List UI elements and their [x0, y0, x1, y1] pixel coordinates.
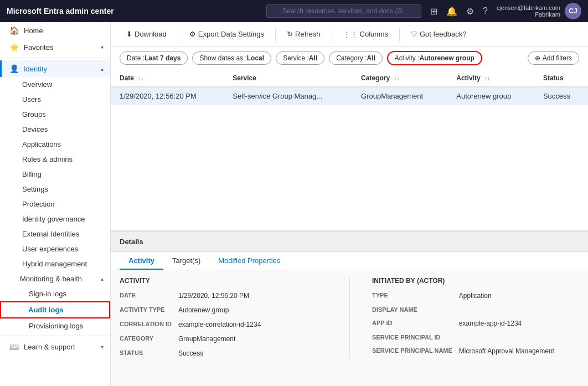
toolbar-divider-2: [275, 28, 276, 41]
sidebar-item-user-experiences[interactable]: User experiences: [0, 241, 110, 256]
col-service[interactable]: Service: [224, 70, 352, 87]
activity-filter[interactable]: Activity : Autorenew group: [387, 51, 482, 65]
add-filters-label: Add filters: [543, 54, 572, 62]
tab-activity[interactable]: Activity: [120, 252, 163, 270]
category-value: All: [367, 54, 375, 62]
sidebar-item-overview[interactable]: Overview: [0, 77, 110, 92]
activity-key: Activity :: [395, 54, 420, 62]
user-email: cjensen@fabrikam.com: [497, 4, 560, 11]
sidebar: 🏠 Home ⭐ Favorites ▾ 👤 Identity ▴ Overvi…: [0, 22, 111, 386]
sidebar-learn-label: Learn & support: [24, 343, 101, 351]
help-icon[interactable]: ?: [483, 6, 488, 16]
table-row[interactable]: 1/29/2020, 12:56:20 PM Self-service Grou…: [111, 87, 588, 105]
heart-icon: ♡: [411, 30, 417, 38]
value-service-principal-name: Microsoft Approval Management: [459, 346, 579, 357]
portal-icon[interactable]: ⊞: [430, 6, 437, 17]
date-filter-value: Last 7 days: [145, 54, 180, 62]
label-service-principal-id: SERVICE PRINCIPAL ID: [372, 332, 452, 342]
user-info: cjensen@fabrikam.com Fabrikam: [497, 4, 560, 18]
refresh-label: Refresh: [295, 30, 321, 38]
activity-section-title: ACTIVITY: [120, 277, 349, 285]
sidebar-item-home[interactable]: 🏠 Home: [0, 22, 110, 39]
details-header: Details: [111, 232, 588, 252]
sidebar-item-favorites[interactable]: ⭐ Favorites ▾: [0, 39, 110, 55]
col-category[interactable]: Category ↑↓: [352, 70, 447, 87]
sidebar-item-hybrid-management[interactable]: Hybrid management: [0, 256, 110, 271]
date-filter[interactable]: Date : Last 7 days: [120, 52, 188, 65]
label-app-id: APP ID: [372, 318, 452, 329]
sidebar-item-applications[interactable]: Applications: [0, 137, 110, 152]
sidebar-item-audit-logs[interactable]: Audit logs: [0, 301, 110, 318]
avatar[interactable]: CJ: [565, 3, 581, 19]
value-display-name: [459, 305, 579, 315]
sidebar-item-external-identities[interactable]: External Identities: [0, 227, 110, 241]
learn-icon: 📖: [8, 342, 19, 351]
gear-icon[interactable]: ⚙: [466, 6, 474, 17]
category-filter[interactable]: Category : All: [329, 52, 383, 65]
add-filters-icon: ⊕: [535, 54, 540, 62]
sidebar-item-identity-governance[interactable]: Identity governance: [0, 212, 110, 227]
export-button[interactable]: ⚙ Export Data Settings: [183, 27, 271, 42]
user-org: Fabrikam: [497, 11, 560, 18]
col-activity[interactable]: Activity ↑↓: [447, 70, 534, 87]
audit-logs-table: Date ↑↓ Service Category ↑↓ Activity ↑↓ …: [111, 70, 588, 231]
chevron-down-icon-learn: ▾: [101, 344, 104, 350]
feedback-label: Got feedback?: [420, 30, 467, 38]
sidebar-item-monitoring[interactable]: Monitoring & health ▴: [0, 271, 110, 286]
cell-service: Self-service Group Manag...: [224, 87, 352, 105]
app-title: Microsoft Entra admin center: [7, 7, 266, 16]
cell-status: Success: [534, 87, 588, 105]
sidebar-item-provisioning-logs[interactable]: Provisioning logs: [0, 318, 110, 333]
app-header: Microsoft Entra admin center 🔍 ⊞ 🔔 ⚙ ? c…: [0, 0, 588, 22]
label-date: DATE: [120, 290, 172, 301]
actor-section-title: INITIATED BY (ACTOR): [372, 277, 579, 285]
label-status: STATUS: [120, 348, 172, 359]
label-type: TYPE: [372, 290, 452, 301]
toolbar-divider-1: [178, 28, 178, 41]
show-dates-filter[interactable]: Show dates as : Local: [192, 52, 271, 65]
details-content: ACTIVITY DATE 1/29/2020, 12:56:20 PM ACT…: [111, 270, 588, 366]
bell-icon[interactable]: 🔔: [446, 6, 457, 17]
show-dates-key: Show dates as :: [199, 54, 246, 62]
cell-activity: Autorenew group: [447, 87, 534, 105]
toolbar-divider-3: [332, 28, 332, 41]
value-date: 1/29/2020, 12:56:20 PM: [178, 290, 349, 301]
sidebar-favorites-label: Favorites: [24, 43, 101, 52]
sidebar-item-identity[interactable]: 👤 Identity ▴: [0, 60, 110, 77]
cell-category: GroupManagement: [352, 87, 447, 105]
service-key: Service :: [283, 54, 309, 62]
add-filters-button[interactable]: ⊕ Add filters: [528, 52, 579, 65]
home-icon: 🏠: [8, 26, 19, 35]
sidebar-item-users[interactable]: Users: [0, 92, 110, 107]
sidebar-item-signin-logs[interactable]: Sign-in logs: [0, 286, 110, 301]
col-status[interactable]: Status: [534, 70, 588, 87]
details-right: INITIATED BY (ACTOR) TYPE Application DI…: [349, 277, 579, 359]
identity-icon: 👤: [8, 64, 19, 73]
sidebar-item-devices[interactable]: Devices: [0, 122, 110, 137]
feedback-button[interactable]: ♡ Got feedback?: [404, 27, 473, 42]
columns-button[interactable]: ⋮⋮ Columns: [337, 27, 395, 42]
sidebar-item-learn[interactable]: 📖 Learn & support ▾: [0, 338, 110, 355]
refresh-button[interactable]: ↻ Refresh: [280, 27, 327, 42]
download-button[interactable]: ⬇ Download: [120, 27, 173, 42]
sidebar-item-groups[interactable]: Groups: [0, 107, 110, 122]
sidebar-identity-label: Identity: [24, 65, 101, 73]
value-category: GroupManagement: [178, 333, 349, 344]
sidebar-item-billing[interactable]: Billing: [0, 167, 110, 182]
value-activity-type: Autorenew group: [178, 305, 349, 316]
toolbar: ⬇ Download ⚙ Export Data Settings ↻ Refr…: [111, 22, 588, 47]
sidebar-item-protection[interactable]: Protection: [0, 197, 110, 212]
star-icon: ⭐: [8, 43, 19, 52]
tab-modified-properties[interactable]: Modified Properties: [209, 252, 289, 270]
tab-targets[interactable]: Target(s): [163, 252, 209, 270]
value-service-principal-id: [459, 332, 579, 342]
service-filter[interactable]: Service : All: [276, 52, 324, 65]
activity-value: Autorenew group: [420, 54, 474, 62]
sidebar-item-settings[interactable]: Settings: [0, 182, 110, 197]
value-type: Application: [459, 290, 579, 301]
sidebar-item-roles[interactable]: Roles & admins: [0, 152, 110, 167]
col-date[interactable]: Date ↑↓: [111, 70, 224, 87]
search-input[interactable]: [266, 4, 421, 18]
chevron-up-icon: ▴: [101, 66, 104, 72]
date-filter-key: Date :: [127, 54, 145, 62]
